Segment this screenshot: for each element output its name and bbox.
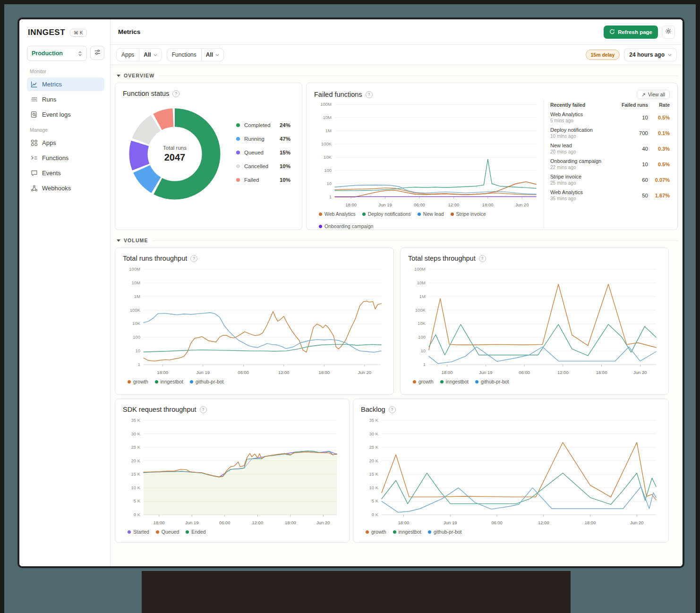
view-all-button[interactable]: ↗ View all	[637, 90, 670, 99]
svg-text:1: 1	[423, 362, 426, 367]
legend-label: inngestbot	[446, 379, 469, 384]
time-range-value: 24 hours ago	[629, 51, 665, 58]
svg-text:Jun 19: Jun 19	[378, 202, 392, 207]
status-percent: 24%	[274, 122, 290, 128]
failure-rate-value: 0.5%	[648, 115, 670, 120]
sidebar-item-label: Runs	[42, 96, 56, 103]
svg-text:10 K: 10 K	[131, 485, 140, 490]
svg-text:18:00: 18:00	[285, 520, 296, 525]
table-row[interactable]: Deploy notification 10 mins ago 700 0.1%	[550, 127, 670, 139]
sidebar-item-label: Events	[42, 170, 61, 177]
svg-text:10K: 10K	[324, 154, 332, 160]
legend-label: inngestbot	[161, 379, 183, 384]
legend-item: inngestbot	[155, 379, 183, 384]
functions-filter[interactable]: Functions All	[167, 48, 224, 61]
help-icon[interactable]: ?	[479, 255, 486, 262]
external-arrow-icon: ↗	[641, 92, 646, 97]
table-row[interactable]: New lead 20 mins ago 40 0.3%	[550, 143, 670, 154]
failed-functions-chart-legend: Web AnalyticsDeploy notificationsNew lea…	[319, 211, 541, 229]
environment-filter-button[interactable]	[90, 46, 104, 60]
overview-section-label: OVERVIEW	[124, 73, 154, 78]
sidebar-item-runs[interactable]: Runs	[27, 93, 104, 106]
failed-function-time: 10 mins ago	[550, 134, 619, 139]
total-runs-throughput-card: Total runs throughput ? 100M10M1M100K10K…	[115, 247, 394, 395]
legend-label: Onboarding campaign	[324, 223, 373, 229]
table-row[interactable]: Onboarding campaign 22 mins ago 10 0.5%	[550, 158, 670, 170]
functions-filter-value: All	[206, 51, 213, 58]
sidebar-item-functions[interactable]: Functions	[27, 151, 104, 165]
svg-text:1M: 1M	[325, 128, 332, 133]
legend-item: growth	[366, 529, 386, 535]
volume-section-label: VOLUME	[124, 238, 148, 243]
failure-rate-value: 0.3%	[648, 146, 670, 152]
table-row[interactable]: Web Analytics 35 mins ago 50 1.67%	[550, 189, 670, 201]
help-icon[interactable]: ?	[172, 90, 179, 97]
failed-functions-card: Failed functions ? ↗ View all 100M10M1M1…	[306, 83, 678, 230]
failed-function-time: 20 mins ago	[550, 149, 619, 154]
legend-dot	[186, 530, 189, 534]
legend-dot	[236, 137, 240, 141]
svg-text:0 K: 0 K	[134, 512, 141, 517]
legend-dot	[236, 151, 240, 154]
table-row[interactable]: Web Analytics 5 mins ago 10 0.5%	[550, 111, 670, 123]
functions-icon	[31, 154, 38, 162]
functions-filter-label: Functions	[167, 51, 201, 58]
failed-functions-title: Failed functions	[314, 91, 362, 98]
inngest-logo: INNGEST	[28, 28, 65, 37]
help-icon[interactable]: ?	[190, 255, 197, 262]
svg-text:Jun 20: Jun 20	[630, 520, 644, 525]
environment-value: Production	[32, 50, 63, 57]
failure-rate-value: 1.67%	[648, 193, 670, 198]
svg-text:06:00: 06:00	[238, 370, 249, 375]
total-runs-chart-legend: growthinngestbotgithub-pr-bot	[128, 379, 386, 384]
failed-function-name: Deploy notification	[550, 127, 619, 133]
legend-dot	[128, 380, 131, 383]
help-icon[interactable]: ?	[389, 406, 396, 413]
command-k-shortcut[interactable]: ⌘ K	[70, 29, 86, 37]
sidebar-item-label: Event logs	[42, 111, 71, 118]
svg-text:18:00: 18:00	[345, 202, 357, 207]
apps-filter-label: Apps	[117, 51, 139, 58]
failed-runs-value: 10	[619, 115, 648, 120]
backlog-card: Backlog ? 35 K30 K25 K20 K15 K10 K5 K0 K…	[353, 399, 669, 543]
sidebar-item-events[interactable]: Events	[27, 166, 104, 180]
volume-section-header[interactable]: VOLUME	[117, 238, 678, 243]
refresh-page-button[interactable]: Refresh page	[604, 26, 658, 39]
apps-filter[interactable]: Apps All	[116, 48, 162, 61]
legend-label: Started	[133, 529, 149, 535]
status-percent: 15%	[274, 150, 290, 155]
help-icon[interactable]: ?	[200, 406, 207, 413]
table-row[interactable]: Stripe invoice 25 mins ago 60 0.07%	[550, 174, 670, 186]
help-icon[interactable]: ?	[366, 91, 373, 98]
updown-chevron-icon	[78, 51, 82, 57]
sidebar-item-apps[interactable]: Apps	[27, 136, 104, 150]
status-label: Cancelled	[244, 163, 274, 169]
failure-rate-value: 0.07%	[648, 177, 670, 183]
failed-runs-value: 10	[619, 162, 648, 167]
sidebar-item-metrics[interactable]: Metrics	[27, 77, 104, 91]
settings-button[interactable]	[662, 26, 675, 39]
legend-dot	[128, 530, 131, 534]
svg-text:10K: 10K	[418, 321, 426, 326]
environment-select[interactable]: Production	[27, 46, 87, 61]
svg-text:5 K: 5 K	[372, 498, 379, 503]
sidebar-item-webhooks[interactable]: Webhooks	[27, 181, 104, 195]
sdk-request-throughput-chart: 35 K30 K25 K20 K15 K10 K5 K0 K18:00Jun 1…	[123, 416, 341, 528]
total-steps-throughput-chart: 100M10M1M100K10K10010118:00Jun 1906:0012…	[408, 265, 661, 377]
failed-runs-value: 60	[619, 177, 648, 183]
svg-text:Jun 20: Jun 20	[316, 520, 330, 525]
dashboard-content: OVERVIEW Function status ? Total runs	[111, 65, 683, 566]
legend-item: github-pr-bot	[190, 379, 224, 384]
legend-item: Deploy notifications	[362, 211, 411, 217]
svg-text:25 K: 25 K	[131, 444, 140, 450]
time-range-select[interactable]: 24 hours ago	[624, 48, 677, 61]
sdk-request-chart-legend: StartedQueuedEnded	[128, 529, 341, 535]
legend-dot	[418, 213, 421, 216]
total-runs-throughput-chart: 100M10M1M100K10K10010118:00Jun 1906:0012…	[123, 265, 386, 377]
sidebar-item-label: Webhooks	[42, 185, 71, 192]
sidebar-item-event-logs[interactable]: Event logs	[27, 108, 104, 121]
status-legend-row: Failed 10%	[236, 173, 294, 187]
overview-section-header[interactable]: OVERVIEW	[117, 73, 678, 78]
svg-text:10M: 10M	[132, 280, 141, 285]
refresh-label: Refresh page	[618, 29, 652, 35]
